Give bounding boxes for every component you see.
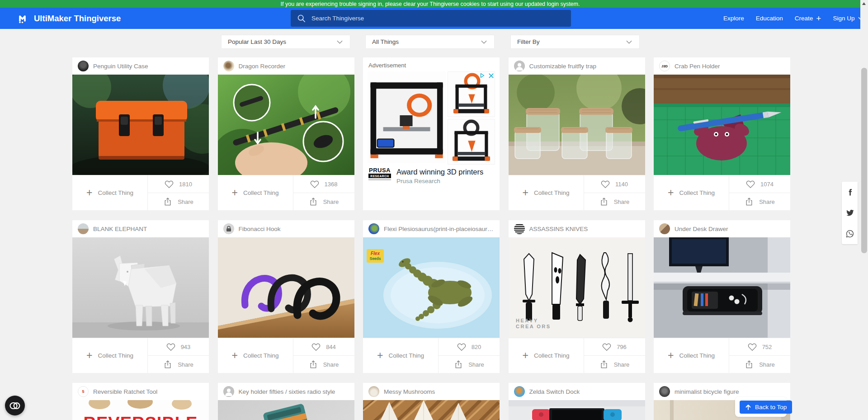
like-button[interactable]: 796 <box>584 338 645 356</box>
cookie-consent-button[interactable] <box>5 396 25 415</box>
like-button[interactable]: 844 <box>293 338 354 356</box>
creator-avatar[interactable]: J3D <box>659 61 670 71</box>
filter-by-dropdown[interactable]: Filter By <box>510 35 640 49</box>
prusa-research-logo[interactable]: PRUSA RESEARCH <box>368 167 391 180</box>
whatsapp-icon[interactable] <box>846 230 854 238</box>
search-bar[interactable] <box>291 10 571 27</box>
share-button[interactable]: Share <box>148 356 209 373</box>
heart-icon <box>457 342 466 351</box>
sort-dropdown[interactable]: Popular Last 30 Days <box>221 35 350 49</box>
thing-title[interactable]: Messy Mushrooms <box>384 388 435 395</box>
like-button[interactable]: 820 <box>439 338 500 356</box>
collect-thing-button[interactable]: + Collect Thing <box>72 338 148 373</box>
creator-avatar[interactable] <box>514 386 525 397</box>
creator-avatar[interactable] <box>78 61 89 71</box>
advertisement-card: Advertisement <box>363 57 500 210</box>
thing-title[interactable]: Flexi Plesiosaurus(print-in-placeiosauru… <box>384 226 494 232</box>
thing-title[interactable]: Key holder fifties / sixties radio style <box>239 388 335 395</box>
card-footer: + Collect Thing 943 Share <box>72 338 209 373</box>
nav-create[interactable]: Create + <box>795 14 821 23</box>
share-button[interactable]: Share <box>439 356 500 373</box>
thing-image[interactable]: HEAVY CREA ORS <box>509 237 645 338</box>
creator-avatar[interactable]: 5 <box>78 386 89 397</box>
creator-avatar[interactable] <box>223 223 234 234</box>
share-button[interactable]: Share <box>293 356 354 373</box>
like-button[interactable]: 1368 <box>293 175 354 193</box>
thing-title[interactable]: minimalist bicycle figure <box>675 388 739 395</box>
creator-avatar[interactable] <box>223 61 234 71</box>
nav-education[interactable]: Education <box>756 15 783 22</box>
thing-image[interactable] <box>509 400 645 420</box>
share-button[interactable]: Share <box>729 356 790 373</box>
collect-thing-button[interactable]: + Collect Thing <box>218 338 293 373</box>
thing-title[interactable]: Crab Pen Holder <box>675 63 720 70</box>
like-count: 943 <box>181 344 191 350</box>
thing-title[interactable]: BLANK ELEPHANT <box>93 226 147 232</box>
adchoices-icon[interactable] <box>479 72 486 79</box>
thing-image[interactable] <box>654 75 790 175</box>
creator-avatar[interactable] <box>659 386 670 397</box>
thing-title[interactable]: Dragon Recorder <box>239 63 286 70</box>
type-dropdown[interactable]: All Things <box>365 35 495 49</box>
flexi-label-line2: Seeds <box>369 256 381 261</box>
ad-headline[interactable]: Award winning 3D printers <box>396 167 483 176</box>
thing-image[interactable] <box>509 75 645 175</box>
collect-thing-button[interactable]: + Collect Thing <box>218 175 293 210</box>
facebook-icon[interactable] <box>846 188 854 196</box>
ad-image-main[interactable] <box>368 71 446 163</box>
back-to-top-button[interactable]: Back to Top <box>740 401 792 414</box>
thing-image[interactable] <box>72 75 209 175</box>
creator-avatar[interactable] <box>514 61 525 71</box>
thing-title[interactable]: ASSASSINS KNIVES <box>529 226 588 232</box>
share-button[interactable]: Share <box>293 193 354 210</box>
thing-title[interactable]: Fibonacci Hook <box>239 226 281 232</box>
scrollbar-thumb[interactable] <box>861 68 867 253</box>
thing-image[interactable]: Flex Seeds <box>363 237 500 338</box>
scrollbar-up-arrow[interactable] <box>862 2 866 5</box>
thing-image[interactable] <box>218 237 354 338</box>
ad-close-icon[interactable] <box>488 73 494 79</box>
ad-unit[interactable] <box>368 71 495 163</box>
nav-signup[interactable]: Sign Up <box>833 15 863 22</box>
share-button[interactable]: Share <box>584 356 645 373</box>
creator-avatar[interactable] <box>368 223 379 234</box>
collect-thing-button[interactable]: + Collect Thing <box>654 175 729 210</box>
nav-explore[interactable]: Explore <box>723 15 744 22</box>
heart-icon <box>166 342 175 351</box>
creator-avatar[interactable] <box>368 386 379 397</box>
creator-avatar[interactable] <box>78 223 89 234</box>
default-user-icon <box>223 386 234 397</box>
thing-title[interactable]: Customizable fruitfly trap <box>529 63 597 70</box>
like-button[interactable]: 1140 <box>584 175 645 193</box>
thing-image[interactable]: REVERSIBLE <box>72 400 209 420</box>
thing-image[interactable] <box>218 400 354 420</box>
thing-title[interactable]: Zelda Switch Dock <box>529 388 580 395</box>
share-button[interactable]: Share <box>148 193 209 210</box>
collect-thing-button[interactable]: + Collect Thing <box>509 338 584 373</box>
twitter-icon[interactable] <box>846 209 854 217</box>
thing-image[interactable] <box>654 237 790 338</box>
thing-title[interactable]: Under Desk Drawer <box>675 226 728 232</box>
collect-thing-button[interactable]: + Collect Thing <box>72 175 148 210</box>
ad-image-bottom[interactable] <box>448 119 495 165</box>
share-button[interactable]: Share <box>729 193 790 210</box>
creator-avatar[interactable] <box>514 223 525 234</box>
like-button[interactable]: 752 <box>729 338 790 356</box>
thing-image[interactable] <box>218 75 354 175</box>
collect-thing-button[interactable]: + Collect Thing <box>509 175 584 210</box>
share-button[interactable]: Share <box>584 193 645 210</box>
thing-title[interactable]: Reversible Ratchet Tool <box>93 388 157 395</box>
collect-thing-button[interactable]: + Collect Thing <box>363 338 439 373</box>
collect-thing-button[interactable]: + Collect Thing <box>654 338 729 373</box>
thing-image[interactable] <box>72 237 209 338</box>
like-button[interactable]: 1074 <box>729 175 790 193</box>
search-input[interactable] <box>311 15 547 22</box>
like-button[interactable]: 1810 <box>148 175 209 193</box>
ultimaker-thingiverse-logo[interactable]: UltiMaker Thingiverse <box>18 8 121 29</box>
thing-image[interactable] <box>363 400 500 420</box>
thing-title[interactable]: Penguin Utility Case <box>93 63 148 70</box>
creator-avatar[interactable] <box>223 386 234 397</box>
card-header: Flexi Plesiosaurus(print-in-placeiosauru… <box>363 220 500 237</box>
creator-avatar[interactable] <box>659 223 670 234</box>
like-button[interactable]: 943 <box>148 338 209 356</box>
